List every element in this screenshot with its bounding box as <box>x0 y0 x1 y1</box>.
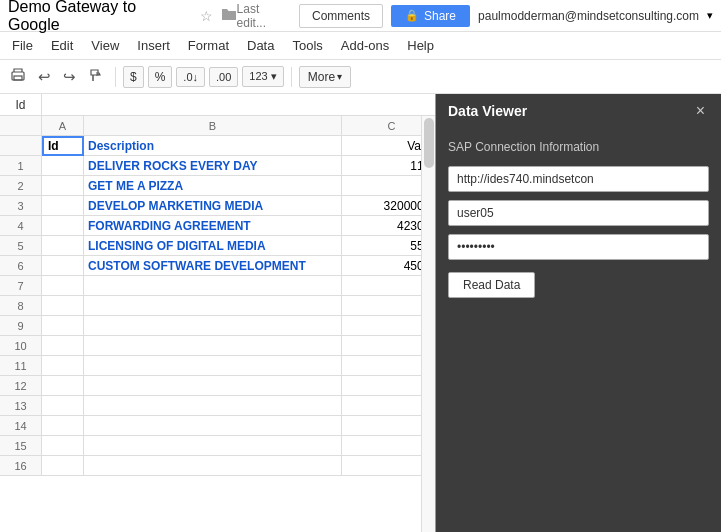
table-row: 7 <box>0 276 435 296</box>
data-viewer-header: Data Viewer × <box>436 94 721 128</box>
table-row: 3 DEVELOP MARKETING MEDIA 32000000 <box>0 196 435 216</box>
menu-insert[interactable]: Insert <box>129 35 178 56</box>
dec-dec-button[interactable]: .0↓ <box>176 67 205 87</box>
table-row: 6 CUSTOM SOFTWARE DEVELOPMENT 45000 <box>0 256 435 276</box>
col-header-b[interactable]: B <box>84 116 342 136</box>
top-bar-left: Demo Gateway to Google ☆ <box>8 0 237 34</box>
sap-password-input[interactable] <box>448 234 709 260</box>
table-row: 13 <box>0 396 435 416</box>
top-bar: Demo Gateway to Google ☆ Last edit... Co… <box>0 0 721 32</box>
table-row: 5 LICENSING OF DIGITAL MEDIA 5555 <box>0 236 435 256</box>
menu-format[interactable]: Format <box>180 35 237 56</box>
sap-connection-label: SAP Connection Information <box>448 140 709 154</box>
row-header-corner <box>0 116 42 136</box>
data-viewer-close-button[interactable]: × <box>692 102 709 120</box>
user-dropdown-arrow[interactable]: ▾ <box>707 9 713 22</box>
row-num-5: 5 <box>0 236 42 256</box>
table-row: 8 <box>0 296 435 316</box>
app-title: Demo Gateway to Google <box>8 0 192 34</box>
cell-a4[interactable] <box>42 216 84 236</box>
row-num-4: 4 <box>0 216 42 236</box>
dec-inc-button[interactable]: .00 <box>209 67 238 87</box>
star-icon[interactable]: ☆ <box>200 8 213 24</box>
menu-bar: File Edit View Insert Format Data Tools … <box>0 32 721 60</box>
toolbar-sep-2 <box>291 67 292 87</box>
share-button[interactable]: 🔒 Share <box>391 5 470 27</box>
cell-b5[interactable]: LICENSING OF DIGITAL MEDIA <box>84 236 342 256</box>
currency-button[interactable]: $ <box>123 66 144 88</box>
cell-b0[interactable]: Description <box>84 136 342 156</box>
format-number-button[interactable]: 123 ▾ <box>242 66 283 87</box>
more-button[interactable]: More ▾ <box>299 66 351 88</box>
col-headers: A B C <box>0 116 435 136</box>
table-row: 2 GET ME A PIZZA 23 <box>0 176 435 196</box>
data-viewer-panel: Data Viewer × SAP Connection Information… <box>435 94 721 532</box>
cell-b6[interactable]: CUSTOM SOFTWARE DEVELOPMENT <box>84 256 342 276</box>
lock-icon: 🔒 <box>405 9 419 22</box>
table-row: 15 <box>0 436 435 456</box>
undo-button[interactable]: ↩ <box>34 65 55 89</box>
cell-a2[interactable] <box>42 176 84 196</box>
redo-button[interactable]: ↪ <box>59 65 80 89</box>
menu-view[interactable]: View <box>83 35 127 56</box>
menu-edit[interactable]: Edit <box>43 35 81 56</box>
table-row: 14 <box>0 416 435 436</box>
grid-area: A B C Id Description Value 1 DELIVER ROC… <box>0 116 435 532</box>
table-row: 10 <box>0 336 435 356</box>
svg-rect-1 <box>14 76 22 80</box>
scrollbar-thumb[interactable] <box>424 118 434 168</box>
table-row: 11 <box>0 356 435 376</box>
data-viewer-body: SAP Connection Information Read Data <box>436 128 721 310</box>
formula-bar[interactable] <box>42 94 435 116</box>
menu-help[interactable]: Help <box>399 35 442 56</box>
toolbar-sep-1 <box>115 67 116 87</box>
menu-file[interactable]: File <box>4 35 41 56</box>
top-bar-right: Last edit... Comments 🔒 Share paulmodder… <box>237 2 713 30</box>
col-header-a[interactable]: A <box>42 116 84 136</box>
vertical-scrollbar[interactable] <box>421 116 435 532</box>
user-email: paulmodderman@mindsetconsulting.com <box>478 9 699 23</box>
table-row: Id Description Value <box>0 136 435 156</box>
cell-b1[interactable]: DELIVER ROCKS EVERY DAY <box>84 156 342 176</box>
row-num-3: 3 <box>0 196 42 216</box>
menu-tools[interactable]: Tools <box>284 35 330 56</box>
comments-button[interactable]: Comments <box>299 4 383 28</box>
more-dropdown-arrow: ▾ <box>337 71 342 82</box>
spreadsheet: Id A B C Id Description Value 1 DELIVER <box>0 94 435 532</box>
paint-format-button[interactable] <box>84 64 108 89</box>
cell-b3[interactable]: DEVELOP MARKETING MEDIA <box>84 196 342 216</box>
menu-data[interactable]: Data <box>239 35 282 56</box>
row-num-2: 2 <box>0 176 42 196</box>
data-viewer-title: Data Viewer <box>448 103 527 119</box>
row-num-6: 6 <box>0 256 42 276</box>
row-num-0 <box>0 136 42 156</box>
percent-button[interactable]: % <box>148 66 173 88</box>
cell-a6[interactable] <box>42 256 84 276</box>
cell-b4[interactable]: FORWARDING AGREEMENT <box>84 216 342 236</box>
table-row: 12 <box>0 376 435 396</box>
table-row: 9 <box>0 316 435 336</box>
menu-addons[interactable]: Add-ons <box>333 35 397 56</box>
sap-url-input[interactable] <box>448 166 709 192</box>
cell-a0[interactable]: Id <box>42 136 84 156</box>
row-num-1: 1 <box>0 156 42 176</box>
cell-a3[interactable] <box>42 196 84 216</box>
read-data-button[interactable]: Read Data <box>448 272 535 298</box>
folder-icon <box>221 7 237 24</box>
print-button[interactable] <box>6 64 30 89</box>
cell-a1[interactable] <box>42 156 84 176</box>
cell-b2[interactable]: GET ME A PIZZA <box>84 176 342 196</box>
name-box[interactable]: Id <box>0 94 42 116</box>
toolbar: ↩ ↪ $ % .0↓ .00 123 ▾ More ▾ <box>0 60 721 94</box>
table-row: 4 FORWARDING AGREEMENT 423000 <box>0 216 435 236</box>
cell-a5[interactable] <box>42 236 84 256</box>
last-edit-label: Last edit... <box>237 2 291 30</box>
sap-username-input[interactable] <box>448 200 709 226</box>
main-area: Id A B C Id Description Value 1 DELIVER <box>0 94 721 532</box>
table-row: 1 DELIVER ROCKS EVERY DAY 1111 <box>0 156 435 176</box>
table-row: 16 <box>0 456 435 476</box>
